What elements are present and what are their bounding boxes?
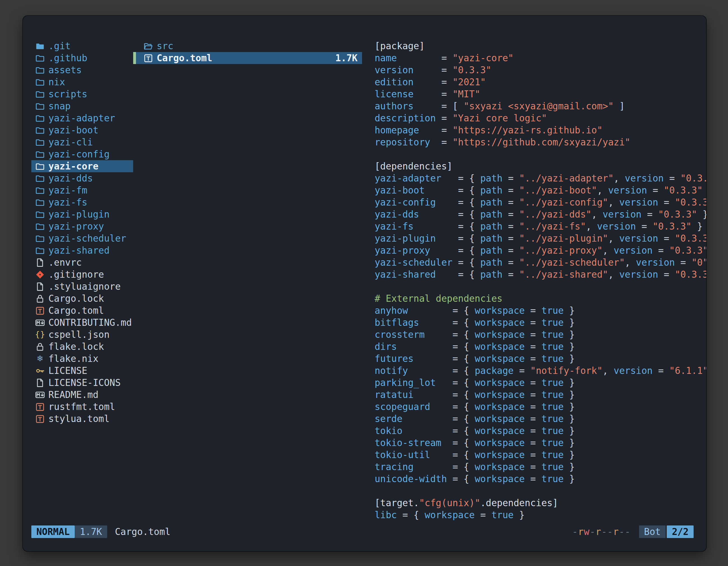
file-row[interactable]: .styluaignore [31,281,133,292]
preview-line: crossterm = { workspace = true } [375,328,706,340]
file-row[interactable]: .git [31,40,133,52]
preview-line: tracing = { workspace = true } [375,461,706,473]
preview-line: # External dependencies [375,292,706,304]
file-name: yazi-scheduler [48,233,126,244]
file-icon [35,258,45,267]
file-name: Cargo.toml [157,53,212,64]
file-row[interactable]: yazi-proxy [31,220,133,233]
file-row[interactable]: yazi-scheduler [31,233,133,245]
preview-line: serde = { workspace = true } [375,413,706,425]
json-icon: {} [35,330,45,339]
folder-icon [35,186,45,195]
file-row[interactable]: yazi-boot [31,124,133,136]
file-size: 1.7K [335,53,358,64]
file-row[interactable]: {}cspell.json [31,328,133,340]
preview-line: yazi-dds = { path = "../yazi-dds", versi… [375,208,706,220]
file-row[interactable]: .envrc [31,257,133,269]
file-row[interactable]: Cargo.lock [31,292,133,304]
file-row[interactable]: stylua.toml [31,413,133,425]
file-row[interactable]: assets [31,64,133,76]
folder-icon [35,234,45,243]
preview-line: version = "0.3.3" [375,64,706,76]
file-name: flake.lock [48,341,104,352]
preview-line: yazi-shared = { path = "../yazi-shared",… [375,269,706,281]
file-row[interactable]: yazi-config [31,148,133,160]
file-name: .git [48,41,71,51]
file-name: src [157,41,173,51]
file-name: README.md [48,389,98,400]
file-row[interactable]: README.md [31,389,133,401]
folder-icon [35,198,45,207]
preview-line: name = "yazi-core" [375,52,706,64]
folder-icon [35,162,45,171]
file-row[interactable]: rustfmt.toml [31,401,133,413]
file-name: flake.nix [48,353,98,364]
preview-line: yazi-scheduler = { path = "../yazi-sched… [375,257,706,269]
preview-line: yazi-plugin = { path = "../yazi-plugin",… [375,233,706,245]
preview-line: anyhow = { workspace = true } [375,304,706,316]
preview-line: homepage = "https://yazi-rs.github.io" [375,124,706,136]
file-name: scripts [48,89,87,100]
file-name: yazi-fs [48,197,87,208]
file-row[interactable]: yazi-fm [31,184,133,196]
file-row[interactable]: .github [31,52,133,64]
file-manager-panes: .git.githubassetsnixscriptssnapyazi-adap… [23,16,706,525]
file-name: LICENSE-ICONS [48,377,121,388]
preview-line: notify = { package = "notify-fork", vers… [375,365,706,377]
status-bar: NORMAL 1.7K Cargo.toml -rw-r--r-- Bot 2/… [31,525,694,538]
preview-line: futures = { workspace = true } [375,353,706,365]
file-name: nix [48,77,65,88]
folder-icon [35,78,45,87]
file-name: cspell.json [48,329,110,340]
file-row[interactable]: src [133,40,362,52]
preview-line: yazi-adapter = { path = "../yazi-adapter… [375,172,706,184]
file-name: yazi-plugin [48,209,110,220]
file-row[interactable]: nix [31,76,133,88]
file-name: Cargo.lock [48,293,104,304]
folder-icon [35,65,45,75]
scroll-position-indicator: Bot [639,525,666,538]
file-row[interactable]: yazi-core [31,160,133,172]
preview-line: [package] [375,40,706,52]
preview-line: yazi-fs = { path = "../yazi-fs", version… [375,220,706,233]
file-row[interactable]: flake.lock [31,340,133,353]
file-row[interactable]: CONTRIBUTING.md [31,316,133,328]
file-name: rustfmt.toml [48,401,115,412]
file-name: assets [48,65,82,76]
preview-line: description = "Yazi core logic" [375,112,706,124]
file-name: yazi-proxy [48,221,104,232]
file-row[interactable]: yazi-cli [31,136,133,148]
file-row[interactable]: yazi-shared [31,245,133,257]
file-row[interactable]: snap [31,100,133,112]
preview-line: tokio-util = { workspace = true } [375,449,706,461]
file-row[interactable]: yazi-plugin [31,208,133,220]
file-row[interactable]: yazi-fs [31,196,133,208]
toml-icon [35,402,45,412]
file-row[interactable]: Cargo.toml [31,304,133,316]
file-row[interactable]: yazi-adapter [31,112,133,124]
folder-icon [35,114,45,123]
file-row[interactable]: yazi-dds [31,172,133,184]
parent-directory-pane: .git.githubassetsnixscriptssnapyazi-adap… [31,40,133,525]
file-row[interactable]: scripts [31,88,133,100]
toml-icon [144,53,153,63]
file-name: yazi-boot [48,125,98,136]
markdown-icon [35,318,45,327]
file-row[interactable]: LICENSE-ICONS [31,377,133,389]
file-count-indicator: 2/2 [667,525,694,538]
toml-icon [35,306,45,315]
file-row[interactable]: ❄flake.nix [31,353,133,365]
preview-line: yazi-config = { path = "../yazi-config",… [375,196,706,208]
current-directory-pane: srcCargo.toml1.7K [133,40,362,525]
preview-line: dirs = { workspace = true } [375,340,706,353]
file-row[interactable]: LICENSE [31,365,133,377]
file-row[interactable]: Cargo.toml1.7K [133,52,362,64]
folder-icon [35,222,45,231]
file-row[interactable]: .gitignore [31,269,133,281]
selection-marker [133,52,136,64]
mode-indicator: NORMAL [31,525,75,538]
preview-line: parking_lot = { workspace = true } [375,377,706,389]
preview-line [375,485,706,497]
file-preview-pane: [package]name = "yazi-core"version = "0.… [362,40,706,525]
preview-line [375,148,706,160]
